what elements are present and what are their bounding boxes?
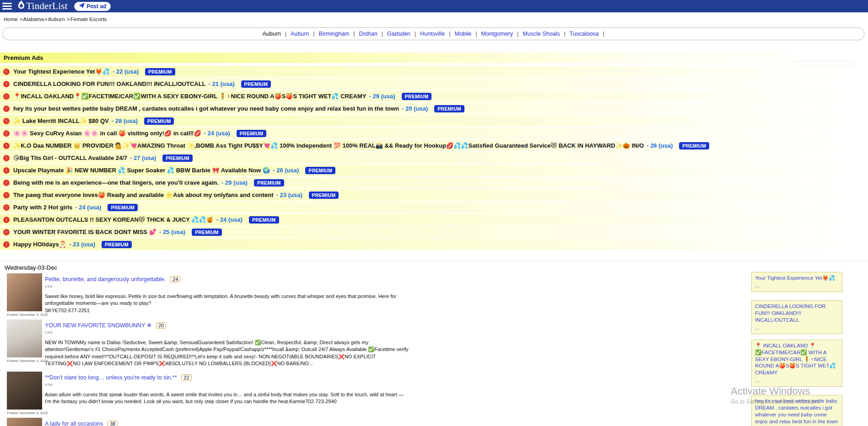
premium-ad-title[interactable]: Upscale Playmate 🎉 NEW NUMBER 💦 Super So… xyxy=(13,167,270,174)
breadcrumb-category[interactable]: Female Escorts xyxy=(70,16,107,22)
premium-badge: PREMIUM xyxy=(145,68,175,75)
premium-ad-title[interactable]: Your Tightest Experience Yet🦊💦 xyxy=(13,68,110,75)
city-link-auburn[interactable]: Auburn xyxy=(291,31,309,37)
posted-date: Posted: December 3, 2025 xyxy=(7,411,48,415)
premium-badge: PREMIUM xyxy=(144,117,174,125)
premium-ad-title[interactable]: Party with 2 Hot girls xyxy=(13,204,72,211)
premium-badge: PREMIUM xyxy=(254,179,284,186)
premium-ad-row[interactable]: ↑CINDERELLA LOOKING FOR FUN!!! OAKLAND!!… xyxy=(0,78,868,90)
listing-title-link[interactable]: YOUR NEW FAVORITE SNOWBUNNY ❄ xyxy=(45,322,151,329)
city-link-tuscaloosa[interactable]: Tuscaloosa xyxy=(570,31,598,37)
up-arrow-icon: ↑ xyxy=(3,241,10,248)
premium-ad-row[interactable]: ↑hey its your best wettes petite baby DR… xyxy=(0,103,868,114)
premium-badge: PREMIUM xyxy=(102,241,132,248)
premium-ad-title[interactable]: Being with me is an experience—one that … xyxy=(13,179,219,186)
premium-ad-title[interactable]: YOUR WINTER FAVORITE IS BACK DONT MISS 💕 xyxy=(13,229,156,235)
activate-windows-subtext: Go to Settings to activate Windows. xyxy=(731,399,821,405)
breadcrumb-separator: > xyxy=(44,16,48,22)
horizontal-scrollbar-thumb[interactable] xyxy=(794,61,853,65)
premium-ad-row[interactable]: ↑Being with me is an experience—one that… xyxy=(0,177,868,188)
city-link-gadsden[interactable]: Gadsden xyxy=(387,31,410,37)
premium-ad-meta: - 23 (usa) xyxy=(276,192,302,198)
premium-ad-meta: - 29 (usa) xyxy=(221,179,248,186)
premium-ad-row[interactable]: ↑Upscale Playmate 🎉 NEW NUMBER 💦 Super S… xyxy=(0,165,868,176)
listing-photo[interactable] xyxy=(7,273,42,311)
listing-card: YOUR NEW FAVORITE SNOWBUNNY ❄20 USA NEW … xyxy=(7,320,423,367)
listing-title-link[interactable]: **Don't stare too long… unless you're re… xyxy=(45,374,177,381)
premium-ad-row[interactable]: ↑PLEASANTON OUTCALLS !! SEXY KOREAN😻 THI… xyxy=(0,214,868,225)
city-link-huntsville[interactable]: Huntsville xyxy=(420,31,445,37)
premium-ad-title[interactable]: ✨K.O Daa NUMBER 👑 PROVIDER 💁✨💘AMAZING Th… xyxy=(13,142,644,149)
premium-ad-title[interactable]: CINDERELLA LOOKING FOR FUN!!! OAKLAND!!!… xyxy=(13,80,206,87)
premium-ad-row[interactable]: ↑✨K.O Daa NUMBER 👑 PROVIDER 💁✨💘AMAZING T… xyxy=(0,140,868,151)
paper-plane-icon xyxy=(79,3,85,10)
premium-ad-title[interactable]: The pawg that everyone loves🍑 Ready and … xyxy=(13,192,273,198)
sidebar-ad-link[interactable]: 📍 INCALL OAKLAND 📍 ✅FACETIME/CAR✅ WITH A… xyxy=(755,343,836,376)
premium-ad-meta: - 22 (usa) xyxy=(113,68,139,75)
city-separator: | xyxy=(475,31,477,37)
city-separator: | xyxy=(313,31,314,37)
premium-ad-title[interactable]: PLEASANTON OUTCALLS !! SEXY KOREAN😻 THIC… xyxy=(13,216,214,223)
sidebar-ad-link[interactable]: Your Tightest Experience Yet🦊💦 xyxy=(755,275,835,281)
premium-ad-row[interactable]: ↑😘Big Tits Girl - OUTCALL Available 24/7… xyxy=(0,152,868,164)
premium-ad-row[interactable]: ↑🌸🌸 Sexy CuRvy Asian 🌸🌸 in call 🍑 visiti… xyxy=(0,128,868,139)
city-link-muscle-shoals[interactable]: Muscle Shoals xyxy=(523,31,560,37)
activate-windows-watermark: Activate Windows xyxy=(731,385,810,397)
premium-section: Premium Ads ↑Your Tightest Experience Ye… xyxy=(0,53,868,251)
premium-ad-list: ↑Your Tightest Experience Yet🦊💦- 22 (usa… xyxy=(0,66,868,250)
breadcrumb-separator: > xyxy=(67,16,70,22)
menu-icon[interactable] xyxy=(2,3,12,10)
age-badge: 38 xyxy=(108,421,118,426)
premium-ad-row[interactable]: ↑The pawg that everyone loves🍑 Ready and… xyxy=(0,189,868,201)
premium-ad-meta: - 29 (usa) xyxy=(369,93,395,100)
listing-photo[interactable] xyxy=(7,372,42,410)
premium-ad-title[interactable]: 🌸🌸 Sexy CuRvy Asian 🌸🌸 in call 🍑 visitin… xyxy=(13,130,201,137)
up-arrow-icon: ↑ xyxy=(3,81,10,87)
breadcrumb-state[interactable]: Alabama xyxy=(23,16,44,22)
premium-ad-meta: - 27 (usa) xyxy=(130,154,156,161)
premium-ad-title[interactable]: ✨ Lake Merritt INCALL✨ $80 QV xyxy=(13,117,109,124)
premium-ad-row[interactable]: ↑Your Tightest Experience Yet🦊💦- 22 (usa… xyxy=(0,66,868,77)
breadcrumb-home[interactable]: Home xyxy=(4,16,18,22)
listing-title-link[interactable]: Petite, brunette, and dangerously unforg… xyxy=(45,276,166,282)
premium-ad-title[interactable]: 😘Big Tits Girl - OUTCALL Available 24/7 xyxy=(13,154,127,161)
listing-photo[interactable] xyxy=(7,418,42,426)
premium-ad-meta: - 25 (usa) xyxy=(159,229,185,235)
listing-card: **Don't stare too long… unless you're re… xyxy=(7,372,423,414)
premium-ad-title[interactable]: 📍INCALL OAKLAND📍✅FACETIME/CAR✅WITH A SEX… xyxy=(13,93,366,100)
posted-date: Posted: December 3, 2025 xyxy=(7,313,48,317)
up-arrow-icon: ↑ xyxy=(3,130,10,137)
sidebar-ad-box[interactable]: 📍 INCALL OAKLAND 📍 ✅FACETIME/CAR✅ WITH A… xyxy=(751,340,842,387)
listing-photo[interactable] xyxy=(7,320,42,357)
premium-ad-meta: - 24 (usa) xyxy=(75,204,101,211)
premium-ad-title[interactable]: Happy HOlidays🎅 xyxy=(13,241,66,248)
listing-country: USA xyxy=(45,383,423,387)
flame-icon xyxy=(17,0,26,12)
post-ad-button[interactable]: Post ad xyxy=(74,2,111,11)
up-arrow-icon: ↑ xyxy=(3,180,10,186)
listing-title-link[interactable]: A lady for all occasions xyxy=(45,421,103,426)
premium-ad-meta: - 21 (usa) xyxy=(209,80,235,87)
premium-ad-row[interactable]: ↑✨ Lake Merritt INCALL✨ $80 QV- 28 (usa)… xyxy=(0,115,868,127)
premium-ad-meta: - 26 (usa) xyxy=(647,142,673,149)
listing-country: USA xyxy=(45,284,423,288)
premium-ad-row[interactable]: ↑YOUR WINTER FAVORITE IS BACK DONT MISS … xyxy=(0,226,868,238)
sidebar-ad-link[interactable]: CINDERELLA LOOKING FOR FUN!!! OAKLAND!!!… xyxy=(755,304,826,323)
sidebar-ad-box[interactable]: Your Tightest Experience Yet🦊💦 ... xyxy=(751,272,842,292)
premium-ad-title[interactable]: hey its your best wettes petite baby DRE… xyxy=(13,105,399,112)
premium-ad-row[interactable]: ↑📍INCALL OAKLAND📍✅FACETIME/CAR✅WITH A SE… xyxy=(0,91,868,102)
city-current: Auburn xyxy=(262,31,280,37)
breadcrumb-city[interactable]: Auburn xyxy=(48,16,65,22)
up-arrow-icon: ↑ xyxy=(3,204,10,211)
premium-ad-row[interactable]: ↑Party with 2 Hot girls- 24 (usa)PREMIUM xyxy=(0,202,868,213)
city-link-dothan[interactable]: Dothan xyxy=(359,31,377,37)
city-link-mobile[interactable]: Mobile xyxy=(454,31,471,37)
premium-ad-row[interactable]: ↑Happy HOlidays🎅- 23 (usa)PREMIUM xyxy=(0,239,868,250)
age-badge: 24 xyxy=(170,276,180,282)
city-link-montgomery[interactable]: Montgomery xyxy=(481,31,513,37)
site-logo[interactable]: TinderList xyxy=(17,0,68,12)
age-badge: 22 xyxy=(181,374,191,381)
listing-description: Asian allure with curves that speak loud… xyxy=(45,391,411,405)
sidebar-ad-box[interactable]: CINDERELLA LOOKING FOR FUN!!! OAKLAND!!!… xyxy=(751,300,842,334)
city-link-birmingham[interactable]: Birmingham xyxy=(319,31,350,37)
